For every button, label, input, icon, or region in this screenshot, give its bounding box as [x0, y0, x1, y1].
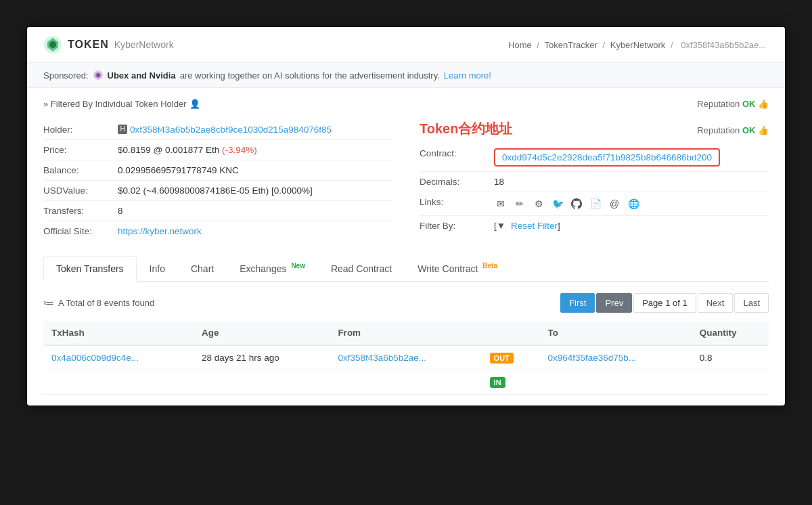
balance-label: Balance:: [43, 165, 118, 175]
filter-bar: » Filtered By Individual Token Holder 👤 …: [43, 99, 769, 109]
cell-from: 0xf358f43a6b5b2ae...: [330, 345, 481, 370]
table-row: 0x4a006c0b9d9c4e... 28 days 21 hrs ago 0…: [43, 345, 769, 370]
tab-chart[interactable]: Chart: [178, 256, 227, 281]
price-amount: $0.8159 @ 0.001877 Eth: [118, 145, 219, 155]
breadcrumb-kybernetwork[interactable]: KyberNetwork: [610, 40, 666, 50]
reset-filter-link[interactable]: Reset Filter: [511, 221, 558, 231]
direction-badge-out: OUT: [490, 353, 514, 364]
contract-label: Contract:: [420, 148, 494, 158]
table-header-row: TxHash Age From To Quantity: [43, 321, 769, 345]
transfers-value: 8: [118, 206, 392, 216]
edit-icon[interactable]: ✏: [513, 197, 526, 211]
tab-chart-label: Chart: [191, 263, 214, 274]
reputation-right-label: Reputation: [697, 125, 740, 135]
txhash-link-2[interactable]: [51, 377, 54, 387]
tab-read-contract-label: Read Contract: [331, 263, 392, 274]
breadcrumb: Home / TokenTracker / KyberNetwork / 0xf…: [508, 40, 769, 50]
decimals-value: 18: [494, 177, 769, 187]
sponsored-bold: Ubex and Nvidia: [108, 70, 176, 81]
col-age: Age: [194, 321, 330, 345]
breadcrumb-home[interactable]: Home: [508, 40, 532, 50]
info-left: Holder: H 0xf358f43a6b5b2ae8cbf9ce1030d2…: [43, 120, 392, 241]
svg-point-2: [49, 41, 56, 48]
pagination-page-info: Page 1 of 1: [633, 293, 696, 313]
reputation-status: OK: [742, 99, 756, 109]
usdvalue-row: USDValue: $0.02 (~4.60098000874186E-05 E…: [43, 181, 392, 201]
gear-icon[interactable]: ⚙: [532, 197, 545, 211]
email-icon[interactable]: ✉: [494, 197, 508, 211]
token-logo-icon: [43, 35, 62, 54]
from-link[interactable]: 0xf358f43a6b5b2ae...: [338, 353, 426, 363]
reputation-area: Reputation OK 👍: [697, 99, 769, 109]
tabs-bar: Token Transfers Info Chart Exchanges New…: [43, 255, 769, 282]
txhash-link[interactable]: 0x4a006c0b9d9c4e...: [51, 353, 139, 363]
breadcrumb-tokentracker[interactable]: TokenTracker: [545, 40, 597, 50]
pagination-prev[interactable]: Prev: [596, 293, 632, 313]
col-quantity: Quantity: [692, 321, 769, 345]
col-direction: [482, 321, 540, 345]
tab-token-transfers[interactable]: Token Transfers: [43, 256, 137, 282]
main-content: » Filtered By Individual Token Holder 👤 …: [27, 88, 785, 405]
breadcrumb-address: 0xf358f43a6b5b2ae...: [681, 40, 766, 50]
sponsored-bar: Sponsored: Ubex and Nvidia are working t…: [27, 63, 785, 88]
price-change: (-3.94%): [222, 145, 257, 155]
official-site-row: Official Site: https://kyber.network: [43, 221, 392, 241]
doc-icon[interactable]: 📄: [589, 197, 602, 211]
tab-info-label: Info: [150, 263, 165, 274]
learn-more-link[interactable]: Learn more!: [444, 70, 491, 81]
cell-direction: OUT: [482, 345, 540, 370]
official-site-value[interactable]: https://kyber.network: [118, 226, 392, 236]
filter-description: » Filtered By Individual Token Holder: [43, 99, 187, 109]
balance-value: 0.029956695791778749 KNC: [118, 165, 392, 175]
holder-icon: H: [118, 125, 127, 134]
pagination-last[interactable]: Last: [734, 293, 769, 313]
table-header: ≔ A Total of 8 events found First Prev P…: [43, 293, 769, 313]
pagination: First Prev Page 1 of 1 Next Last: [560, 293, 769, 313]
filter-person-icon: 👤: [189, 99, 200, 109]
holder-row: Holder: H 0xf358f43a6b5b2ae8cbf9ce1030d2…: [43, 120, 392, 140]
transfers-row: Transfers: 8: [43, 201, 392, 221]
tab-exchanges[interactable]: Exchanges New: [227, 255, 318, 281]
decimals-row: Decimals: 18: [420, 172, 769, 192]
reputation-label: Reputation: [697, 99, 740, 109]
twitter-icon[interactable]: 🐦: [551, 197, 564, 211]
transactions-table: TxHash Age From To Quantity 0x4a006c0b9d…: [43, 321, 769, 395]
tab-read-contract[interactable]: Read Contract: [318, 256, 405, 281]
globe-icon[interactable]: 🌐: [627, 197, 640, 211]
logo-network-text: KyberNetwork: [114, 39, 174, 50]
pagination-first[interactable]: First: [560, 293, 595, 313]
logo-area: TOKEN KyberNetwork: [43, 35, 174, 54]
tab-write-contract-label: Write Contract: [418, 263, 478, 274]
usdvalue-label: USDValue:: [43, 185, 118, 196]
pagination-next[interactable]: Next: [698, 293, 734, 313]
filter-by-label: Filter By:: [420, 221, 494, 231]
contract-value[interactable]: 0xdd974d5c2e2928dea5f71b9825b8b646686bd2…: [502, 152, 712, 162]
sort-icon: ≔: [43, 297, 54, 309]
decimals-label: Decimals:: [420, 177, 494, 187]
filter-text: » Filtered By Individual Token Holder 👤: [43, 99, 200, 109]
transfers-label: Transfers:: [43, 206, 118, 216]
to-link[interactable]: 0x964f35fae36d75b...: [548, 353, 637, 363]
filter-funnel-icon: ▼: [497, 221, 505, 231]
tab-info[interactable]: Info: [137, 256, 178, 281]
events-found: ≔ A Total of 8 events found: [43, 297, 154, 309]
holder-value[interactable]: 0xf358f43a6b5b2ae8cbf9ce1030d215a984076f…: [130, 125, 392, 135]
col-from: From: [330, 321, 481, 345]
cell-txhash-2: [43, 370, 194, 394]
links-label: Links:: [420, 197, 494, 207]
github-icon[interactable]: [570, 197, 583, 211]
contract-box: 0xdd974d5c2e2928dea5f71b9825b8b646686bd2…: [494, 148, 720, 167]
svg-point-5: [97, 74, 99, 76]
filter-by-row: Filter By: [▼ Reset Filter]: [420, 216, 769, 236]
at-icon[interactable]: @: [608, 197, 621, 211]
tab-write-contract[interactable]: Write Contract Beta: [405, 255, 510, 281]
links-icons: ✉ ✏ ⚙ 🐦 📄 @ 🌐: [494, 197, 640, 211]
col-to: To: [540, 321, 692, 345]
sponsored-icon: [93, 70, 104, 81]
contract-row: Contract: 0xdd974d5c2e2928dea5f71b9825b8…: [420, 144, 769, 172]
reputation-right-status: OK: [742, 125, 756, 135]
cell-quantity-2: [692, 370, 769, 394]
info-grid: Holder: H 0xf358f43a6b5b2ae8cbf9ce1030d2…: [43, 120, 769, 241]
token-contract-title: Token合约地址: [420, 120, 512, 138]
balance-row: Balance: 0.029956695791778749 KNC: [43, 160, 392, 181]
